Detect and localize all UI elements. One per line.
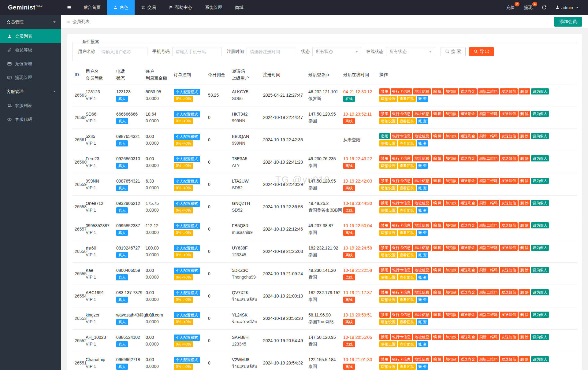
gift-bonus-button[interactable]: 赠送彩金: [459, 267, 477, 273]
bank-card-info-button[interactable]: 银行卡信息: [391, 334, 412, 340]
set-fake-button[interactable]: 设为假人: [531, 155, 549, 161]
adjust-balance-button[interactable]: 加扣款: [444, 267, 458, 273]
address-info-button[interactable]: 地址信息: [413, 155, 431, 161]
address-info-button[interactable]: 地址信息: [413, 267, 431, 273]
hidden-deduct-button[interactable]: 暗扣设置: [379, 341, 397, 347]
gift-bonus-button[interactable]: 赠送彩金: [459, 222, 477, 228]
hidden-deduct-button[interactable]: 暗扣设置: [379, 319, 397, 325]
send-sms-button[interactable]: 发送短信: [500, 289, 518, 295]
edit-button[interactable]: 编 辑: [432, 267, 443, 273]
delete-button[interactable]: 删 除: [519, 289, 530, 295]
sidebar-item-recharge-management[interactable]: 充值管理: [0, 57, 61, 71]
refresh-qrcode-button[interactable]: 刷新二维码: [478, 312, 499, 318]
search-button[interactable]: 搜 索: [441, 47, 466, 56]
adjust-balance-button[interactable]: 加扣款: [444, 289, 458, 295]
bank-card-info-button[interactable]: 银行卡信息: [391, 222, 412, 228]
adjust-balance-button[interactable]: 加扣款: [444, 155, 458, 161]
edit-button[interactable]: 编 辑: [432, 356, 443, 362]
gift-bonus-button[interactable]: 赠送彩金: [459, 356, 477, 362]
hidden-deduct-button[interactable]: 暗扣设置: [379, 252, 397, 258]
set-fake-button[interactable]: 设为假人: [531, 178, 549, 184]
edit-button[interactable]: 编 辑: [432, 289, 443, 295]
set-fake-button[interactable]: 设为假人: [531, 200, 549, 206]
account-change-button[interactable]: 账 变: [417, 230, 428, 236]
adjust-balance-button[interactable]: 加扣款: [444, 178, 458, 184]
edit-button[interactable]: 编 辑: [432, 155, 443, 161]
online-status-select[interactable]: 所有状态: [386, 47, 435, 56]
gift-bonus-button[interactable]: 赠送彩金: [459, 111, 477, 117]
nav-item-mall[interactable]: 商城: [229, 0, 250, 15]
edit-button[interactable]: 编 辑: [432, 312, 443, 318]
bank-card-info-button[interactable]: 银行卡信息: [391, 133, 412, 139]
refresh-qrcode-button[interactable]: 刷新二维码: [478, 245, 499, 251]
bank-card-info-button[interactable]: 银行卡信息: [391, 312, 412, 318]
menu-toggle-icon[interactable]: ≡: [61, 0, 77, 15]
view-team-button[interactable]: 查看团队: [398, 297, 416, 303]
nav-item-dashboard[interactable]: 后台首页: [77, 0, 107, 15]
delete-button[interactable]: 删 除: [519, 155, 530, 161]
sidebar-item-service-list[interactable]: 客服列表: [0, 99, 61, 113]
user-menu[interactable]: admin: [551, 0, 583, 15]
bank-card-info-button[interactable]: 银行卡信息: [391, 245, 412, 251]
account-change-button[interactable]: 账 变: [417, 140, 428, 146]
hidden-deduct-button[interactable]: 暗扣设置: [379, 297, 397, 303]
address-info-button[interactable]: 地址信息: [413, 200, 431, 206]
disable-button[interactable]: 禁用: [379, 200, 390, 206]
refresh-icon[interactable]: [537, 0, 551, 15]
address-info-button[interactable]: 地址信息: [413, 88, 431, 94]
disable-button[interactable]: 禁用: [379, 222, 390, 228]
bank-card-info-button[interactable]: 银行卡信息: [391, 111, 412, 117]
enable-button[interactable]: 启用: [379, 133, 390, 139]
view-team-button[interactable]: 查看团队: [398, 207, 416, 213]
disable-button[interactable]: 禁用: [379, 356, 390, 362]
account-change-button[interactable]: 账 变: [417, 274, 428, 280]
refresh-qrcode-button[interactable]: 刷新二维码: [478, 133, 499, 139]
refresh-qrcode-button[interactable]: 刷新二维码: [478, 267, 499, 273]
edit-button[interactable]: 编 辑: [432, 133, 443, 139]
sidebar-item-withdraw-management[interactable]: 提现管理: [0, 71, 61, 84]
username-input[interactable]: [98, 47, 147, 56]
view-team-button[interactable]: 查看团队: [398, 252, 416, 258]
gift-bonus-button[interactable]: 赠送彩金: [459, 133, 477, 139]
bank-card-info-button[interactable]: 银行卡信息: [391, 289, 412, 295]
refresh-qrcode-button[interactable]: 刷新二维码: [478, 334, 499, 340]
address-info-button[interactable]: 地址信息: [413, 356, 431, 362]
edit-button[interactable]: 编 辑: [432, 111, 443, 117]
hidden-deduct-button[interactable]: 暗扣设置: [379, 96, 397, 102]
disable-button[interactable]: 禁用: [379, 88, 390, 94]
address-info-button[interactable]: 地址信息: [413, 289, 431, 295]
view-team-button[interactable]: 查看团队: [398, 319, 416, 325]
address-info-button[interactable]: 地址信息: [413, 334, 431, 340]
set-fake-button[interactable]: 设为假人: [531, 267, 549, 273]
adjust-balance-button[interactable]: 加扣款: [444, 133, 458, 139]
set-fake-button[interactable]: 设为假人: [531, 222, 549, 228]
bank-card-info-button[interactable]: 银行卡信息: [391, 155, 412, 161]
send-sms-button[interactable]: 发送短信: [500, 200, 518, 206]
edit-button[interactable]: 编 辑: [432, 222, 443, 228]
delete-button[interactable]: 删 除: [519, 222, 530, 228]
disable-button[interactable]: 禁用: [379, 245, 390, 251]
sidebar-group-member-management[interactable]: 会员管理: [0, 15, 61, 29]
hidden-deduct-button[interactable]: 暗扣设置: [379, 364, 397, 370]
send-sms-button[interactable]: 发送短信: [500, 222, 518, 228]
bank-card-info-button[interactable]: 银行卡信息: [391, 178, 412, 184]
set-fake-button[interactable]: 设为假人: [531, 111, 549, 117]
adjust-balance-button[interactable]: 加扣款: [444, 88, 458, 94]
refresh-qrcode-button[interactable]: 刷新二维码: [478, 155, 499, 161]
edit-button[interactable]: 编 辑: [432, 245, 443, 251]
send-sms-button[interactable]: 发送短信: [500, 334, 518, 340]
hidden-deduct-button[interactable]: 暗扣设置: [379, 230, 397, 236]
sidebar-group-service-management[interactable]: 客服管理: [0, 84, 61, 99]
regtime-input[interactable]: [247, 47, 296, 56]
gift-bonus-button[interactable]: 赠送彩金: [459, 289, 477, 295]
edit-button[interactable]: 编 辑: [432, 178, 443, 184]
hidden-deduct-button[interactable]: 暗扣设置: [379, 185, 397, 191]
set-fake-button[interactable]: 设为假人: [531, 88, 549, 94]
sidebar-item-service-code[interactable]: 客服代码: [0, 113, 61, 126]
adjust-balance-button[interactable]: 加扣款: [444, 312, 458, 318]
nav-item-role[interactable]: 角色: [107, 0, 135, 15]
disable-button[interactable]: 禁用: [379, 155, 390, 161]
send-sms-button[interactable]: 发送短信: [500, 133, 518, 139]
delete-button[interactable]: 删 除: [519, 267, 530, 273]
send-sms-button[interactable]: 发送短信: [500, 356, 518, 362]
